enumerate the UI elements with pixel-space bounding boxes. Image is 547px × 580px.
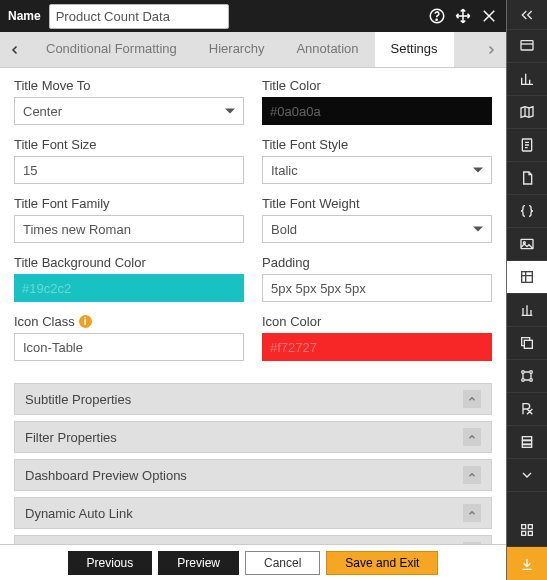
svg-point-10 — [522, 379, 525, 382]
copy-icon[interactable] — [507, 327, 547, 360]
document-icon[interactable] — [507, 162, 547, 195]
label-icon-color: Icon Color — [262, 314, 492, 329]
chevron-down-icon[interactable] — [507, 459, 547, 492]
svg-rect-2 — [521, 41, 533, 50]
svg-rect-6 — [522, 272, 533, 283]
tabs-scroll-left[interactable] — [0, 32, 30, 67]
panel-header: Name — [0, 0, 506, 32]
grid-layout-icon[interactable] — [507, 261, 547, 294]
accordion-filter-properties[interactable]: Filter Properties — [14, 421, 492, 453]
label-title-color: Title Color — [262, 78, 492, 93]
label-title-font-style: Title Font Style — [262, 137, 492, 152]
relations-icon[interactable] — [507, 360, 547, 393]
label-title-font-weight: Title Font Weight — [262, 196, 492, 211]
label-title-font-family: Title Font Family — [14, 196, 244, 211]
svg-rect-16 — [528, 525, 532, 529]
previous-button[interactable]: Previous — [68, 551, 153, 575]
tab-annotation[interactable]: Annotation — [280, 32, 374, 67]
select-title-font-style[interactable]: Italic — [262, 156, 492, 184]
chevron-up-icon — [463, 390, 481, 408]
tab-hierarchy[interactable]: Hierarchy — [193, 32, 281, 67]
script-icon[interactable] — [507, 129, 547, 162]
chevron-up-icon — [463, 466, 481, 484]
bar-chart-icon[interactable] — [507, 63, 547, 96]
svg-rect-18 — [528, 531, 532, 535]
svg-point-11 — [530, 379, 533, 382]
tab-conditional-formatting[interactable]: Conditional Formatting — [30, 32, 193, 67]
info-icon[interactable]: i — [79, 315, 92, 328]
settings-body: Title Move To Center Title Color #0a0a0a… — [0, 68, 506, 544]
cancel-button[interactable]: Cancel — [245, 551, 320, 575]
accordion-subtitle-properties[interactable]: Subtitle Properties — [14, 383, 492, 415]
swatch-title-color[interactable]: #0a0a0a — [262, 97, 492, 125]
input-icon-class[interactable]: Icon-Table — [14, 333, 244, 361]
chevron-up-icon — [463, 428, 481, 446]
input-padding[interactable]: 5px 5px 5px 5px — [262, 274, 492, 302]
accordion-dashboard-preview-options[interactable]: Dashboard Preview Options — [14, 459, 492, 491]
label-padding: Padding — [262, 255, 492, 270]
map-icon[interactable] — [507, 96, 547, 129]
svg-rect-15 — [522, 525, 526, 529]
input-title-font-size[interactable]: 15 — [14, 156, 244, 184]
tabs-scroll-right[interactable] — [476, 32, 506, 67]
panel-footer: Previous Preview Cancel Save and Exit — [0, 544, 506, 580]
preview-button[interactable]: Preview — [158, 551, 239, 575]
rx-icon[interactable] — [507, 393, 547, 426]
tab-bar: Conditional Formatting Hierarchy Annotat… — [0, 32, 506, 68]
accordion-extra-label[interactable]: Extra Label — [14, 535, 492, 544]
svg-point-9 — [530, 371, 533, 374]
name-input[interactable] — [49, 4, 229, 29]
swatch-title-bg-color[interactable]: #19c2c2 — [14, 274, 244, 302]
svg-rect-12 — [522, 437, 531, 440]
name-label: Name — [8, 9, 41, 23]
label-icon-class: Icon Class i — [14, 314, 244, 329]
column-chart-icon[interactable] — [507, 294, 547, 327]
select-title-move-to[interactable]: Center — [14, 97, 244, 125]
select-title-font-weight[interactable]: Bold — [262, 215, 492, 243]
dashboard-icon[interactable] — [507, 30, 547, 63]
image-icon[interactable] — [507, 228, 547, 261]
accordion-dynamic-auto-link[interactable]: Dynamic Auto Link — [14, 497, 492, 529]
label-title-font-size: Title Font Size — [14, 137, 244, 152]
help-icon[interactable] — [428, 7, 446, 25]
apps-icon[interactable] — [507, 514, 547, 547]
swatch-icon-color[interactable]: #f72727 — [262, 333, 492, 361]
close-icon[interactable] — [480, 7, 498, 25]
svg-rect-13 — [522, 441, 531, 444]
collapse-right-icon[interactable] — [507, 0, 547, 30]
svg-rect-7 — [524, 340, 532, 348]
move-icon[interactable] — [454, 7, 472, 25]
chevron-up-icon — [463, 542, 481, 544]
tab-settings[interactable]: Settings — [375, 32, 454, 67]
label-title-move-to: Title Move To — [14, 78, 244, 93]
braces-icon[interactable] — [507, 195, 547, 228]
stack-icon[interactable] — [507, 426, 547, 459]
chevron-up-icon — [463, 504, 481, 522]
settings-panel: Name Conditional Formatting Hierarchy An… — [0, 0, 507, 580]
label-title-bg-color: Title Background Color — [14, 255, 244, 270]
download-icon[interactable] — [507, 547, 547, 580]
svg-point-1 — [436, 19, 437, 20]
svg-rect-17 — [522, 531, 526, 535]
input-title-font-family[interactable]: Times new Roman — [14, 215, 244, 243]
save-button[interactable]: Save and Exit — [326, 551, 438, 575]
svg-point-8 — [522, 371, 525, 374]
icon-rail — [507, 0, 547, 580]
svg-rect-14 — [522, 445, 531, 448]
